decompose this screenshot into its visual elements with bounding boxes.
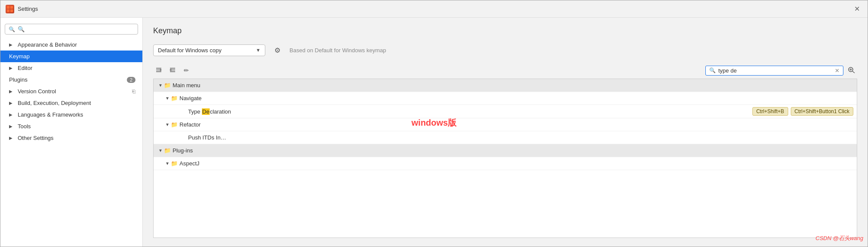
keymap-search[interactable]: 🔍 ✕ (705, 66, 843, 76)
row-label: AspectJ (179, 160, 853, 167)
keymap-based-on: Based on Default for Windows keymap (289, 47, 386, 54)
sidebar-item-languages[interactable]: ▶ Languages & Frameworks (0, 109, 142, 120)
item-label: ▶ Tools (9, 123, 31, 130)
label-post: claration (210, 108, 231, 115)
keymap-search-input[interactable] (718, 67, 832, 74)
caret-down-icon: ▼ (256, 48, 261, 53)
close-button[interactable]: ✕ (852, 4, 862, 14)
sidebar-item-tools[interactable]: ▶ Tools (0, 120, 142, 132)
titlebar-left: Settings (6, 5, 38, 13)
chevron-right-icon: ▶ (9, 124, 13, 129)
window-title: Settings (18, 6, 38, 12)
edit-icon: ✏ (184, 67, 189, 74)
sidebar-search[interactable]: 🔍 (5, 24, 138, 35)
plugins-badge: 2 (127, 77, 135, 83)
sidebar-item-editor[interactable]: ▶ Editor (0, 62, 142, 74)
expand-icon[interactable]: ▼ (157, 82, 164, 89)
expand-all-button[interactable] (167, 65, 178, 76)
toolbar: ✏ 🔍 ✕ (153, 65, 857, 76)
svg-line-11 (852, 71, 855, 73)
table-row[interactable]: ▼ 📁 Navigate (154, 92, 857, 105)
action-icon (179, 134, 186, 141)
row-label: Plug-ins (173, 147, 853, 154)
toolbar-left: ✏ (153, 65, 192, 76)
row-label: Navigate (179, 95, 853, 101)
row-label: Main menu (173, 82, 853, 89)
row-label: Push ITDs In… (188, 134, 853, 141)
search-more-icon (848, 66, 855, 75)
page-title: Keymap (153, 26, 857, 35)
row-label: Refactor (179, 121, 853, 128)
expand-icon[interactable]: ▼ (157, 147, 164, 154)
item-label: ▶ Editor (9, 65, 32, 71)
expand-all-icon (169, 67, 176, 74)
folder-icon: 📁 (171, 121, 178, 128)
sidebar: 🔍 ▶ Appearance & Behavior Keymap ▶ Edito… (0, 18, 143, 247)
shortcuts: Ctrl+Shift+B Ctrl+Shift+Button1 Click (752, 107, 853, 116)
keymap-select-value: Default for Windows copy (158, 47, 221, 54)
shortcut-badge: Ctrl+Shift+B (752, 107, 788, 116)
collapse-all-icon (155, 67, 162, 74)
search-clear-button[interactable]: ✕ (835, 67, 840, 74)
chevron-right-icon: ▶ (9, 89, 13, 94)
label-highlight: De (202, 108, 210, 115)
titlebar: Settings ✕ (0, 0, 868, 18)
table-row[interactable]: Push ITDs In… (154, 131, 857, 144)
search-icon: 🔍 (9, 26, 15, 32)
label-pre: Type (188, 108, 202, 115)
main-content: 🔍 ▶ Appearance & Behavior Keymap ▶ Edito… (0, 18, 868, 247)
sidebar-item-keymap[interactable]: Keymap (0, 51, 142, 62)
table-row[interactable]: ▼ 📁 AspectJ (154, 157, 857, 170)
chevron-right-icon: ▶ (9, 42, 13, 47)
sidebar-item-plugins[interactable]: Plugins 2 (0, 74, 142, 86)
item-label: Keymap (9, 53, 30, 60)
collapse-all-button[interactable] (153, 65, 164, 76)
chevron-right-icon: ▶ (9, 112, 13, 117)
action-icon (179, 108, 186, 115)
gear-icon: ⚙ (274, 46, 280, 54)
version-control-icon: ⎗ (132, 88, 135, 95)
watermark: CSDN @石头wang (815, 234, 863, 242)
item-label: ▶ Languages & Frameworks (9, 111, 83, 118)
svg-rect-0 (7, 6, 9, 9)
folder-icon: 📁 (171, 95, 178, 102)
app-icon (6, 5, 14, 13)
table-row[interactable]: ▼ 📁 Refactor (154, 118, 857, 131)
chevron-right-icon: ▶ (9, 136, 13, 140)
sidebar-item-other-settings[interactable]: ▶ Other Settings (0, 132, 142, 144)
item-label: ▶ Other Settings (9, 135, 53, 141)
svg-rect-2 (7, 10, 9, 12)
item-label: ▶ Build, Execution, Deployment (9, 100, 91, 106)
keymap-select[interactable]: Default for Windows copy ▼ (153, 44, 265, 56)
table-row[interactable]: ▼ 📁 Main menu (154, 79, 857, 92)
table-row[interactable]: ▼ 📁 Plug-ins (154, 144, 857, 157)
sidebar-item-appearance-behavior[interactable]: ▶ Appearance & Behavior (0, 39, 142, 51)
table-row[interactable]: Type Declaration Ctrl+Shift+B Ctrl+Shift… (154, 105, 857, 118)
expand-icon[interactable]: ▼ (164, 160, 171, 167)
sidebar-item-build[interactable]: ▶ Build, Execution, Deployment (0, 97, 142, 109)
search-more-button[interactable] (846, 65, 857, 76)
sidebar-search-input[interactable] (18, 26, 134, 32)
search-icon: 🔍 (709, 67, 716, 73)
gear-button[interactable]: ⚙ (271, 44, 283, 56)
row-label: Type Declaration (188, 108, 752, 115)
item-label: ▶ Version Control (9, 88, 56, 95)
keymap-header: Default for Windows copy ▼ ⚙ Based on De… (153, 44, 857, 56)
folder-icon: 📁 (164, 147, 171, 154)
expand-icon[interactable]: ▼ (164, 95, 171, 102)
item-label: ▶ Appearance & Behavior (9, 41, 77, 48)
shortcut-badge: Ctrl+Shift+Button1 Click (791, 107, 853, 116)
expand-icon (173, 134, 179, 141)
folder-icon: 📁 (164, 82, 171, 89)
item-label: Plugins (9, 76, 28, 83)
chevron-right-icon: ▶ (9, 101, 13, 105)
expand-icon[interactable]: ▼ (164, 121, 171, 128)
sidebar-item-version-control[interactable]: ▶ Version Control ⎗ (0, 86, 142, 97)
folder-icon: 📁 (171, 160, 178, 167)
main-panel: Keymap Default for Windows copy ▼ ⚙ Base… (143, 18, 868, 247)
svg-rect-3 (10, 10, 13, 12)
edit-button[interactable]: ✏ (181, 65, 192, 76)
expand-icon (173, 108, 179, 115)
tree-table: ▼ 📁 Main menu ▼ 📁 Navigate Type Declarat… (153, 79, 857, 238)
chevron-right-icon: ▶ (9, 66, 13, 70)
